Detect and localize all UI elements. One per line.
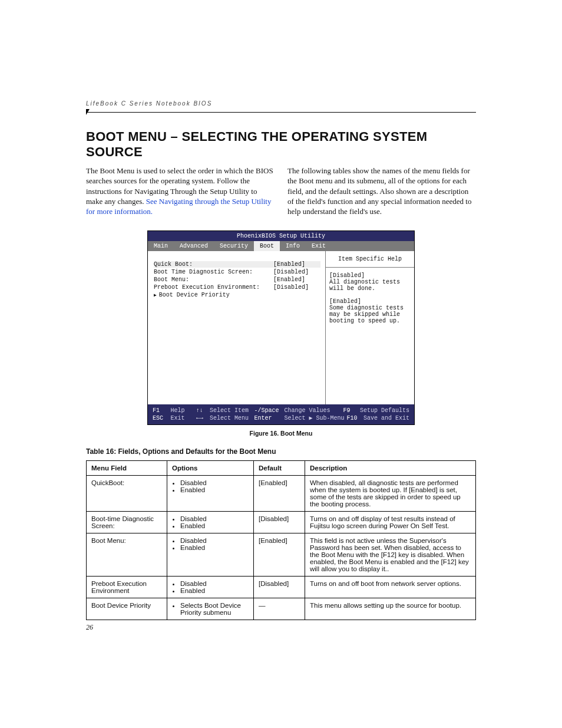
th-description: Description xyxy=(305,461,476,476)
bios-help-panel: Item Specific Help [Disabled] All diagno… xyxy=(325,251,414,404)
options-table: Menu Field Options Default Description Q… xyxy=(86,460,476,620)
bios-menu-bar: Main Advanced Security Boot Info Exit xyxy=(148,241,414,251)
table-row: Preboot Execution EnvironmentDisabledEna… xyxy=(87,577,476,598)
header-rule xyxy=(86,109,476,116)
running-header: LifeBook C Series Notebook BIOS xyxy=(86,100,476,107)
table-row: Boot Menu:DisabledEnabled[Enabled]This f… xyxy=(87,533,476,577)
bios-help-body: [Disabled] All diagnostic tests will be … xyxy=(326,268,414,404)
page-title: BOOT MENU – SELECTING THE OPERATING SYST… xyxy=(86,129,476,160)
bios-menu-exit: Exit xyxy=(306,241,332,251)
bios-menu-main: Main xyxy=(148,241,174,251)
table-row: QuickBoot:DisabledEnabled[Enabled]When d… xyxy=(87,476,476,512)
th-options: Options xyxy=(167,461,254,476)
table-head-row: Menu Field Options Default Description xyxy=(87,461,476,476)
page-content: LifeBook C Series Notebook BIOS BOOT MEN… xyxy=(86,100,476,620)
page-number: 26 xyxy=(86,623,93,632)
table-caption: Table 16: Fields, Options and Defaults f… xyxy=(86,447,476,456)
bios-menu-boot: Boot xyxy=(254,241,280,251)
bios-row-priority: Boot Device Priority xyxy=(154,291,320,299)
bios-title-bar: PhoenixBIOS Setup Utility xyxy=(148,231,414,241)
bios-footer: F1 Help ↑↓ Select Item -/Space Change Va… xyxy=(148,404,414,424)
bios-row-pxe: Preboot Execution Environment:[Disabled] xyxy=(154,284,320,291)
bios-help-title: Item Specific Help xyxy=(326,251,414,268)
bios-main-panel: Quick Boot:[Enabled] Boot Time Diagnosti… xyxy=(148,251,325,404)
bios-menu-advanced: Advanced xyxy=(174,241,214,251)
table-row: Boot Device PrioritySelects Boot Device … xyxy=(87,598,476,620)
bios-menu-security: Security xyxy=(214,241,254,251)
th-default: Default xyxy=(254,461,305,476)
bios-screenshot: PhoenixBIOS Setup Utility Main Advanced … xyxy=(147,230,415,425)
table-row: Boot-time Diagnostic Screen:DisabledEnab… xyxy=(87,512,476,533)
th-menu-field: Menu Field xyxy=(87,461,167,476)
figure-caption: Figure 16. Boot Menu xyxy=(86,430,476,437)
bios-menu-info: Info xyxy=(280,241,306,251)
bios-row-bootmenu: Boot Menu:[Enabled] xyxy=(154,276,320,284)
bios-row-diag: Boot Time Diagnostic Screen:[Disabled] xyxy=(154,268,320,276)
intro-columns: The Boot Menu is used to select the orde… xyxy=(86,166,476,216)
intro-right: The following tables show the names of t… xyxy=(287,166,476,216)
intro-left: The Boot Menu is used to select the orde… xyxy=(86,166,275,216)
bios-row-quickboot: Quick Boot:[Enabled] xyxy=(154,261,320,268)
